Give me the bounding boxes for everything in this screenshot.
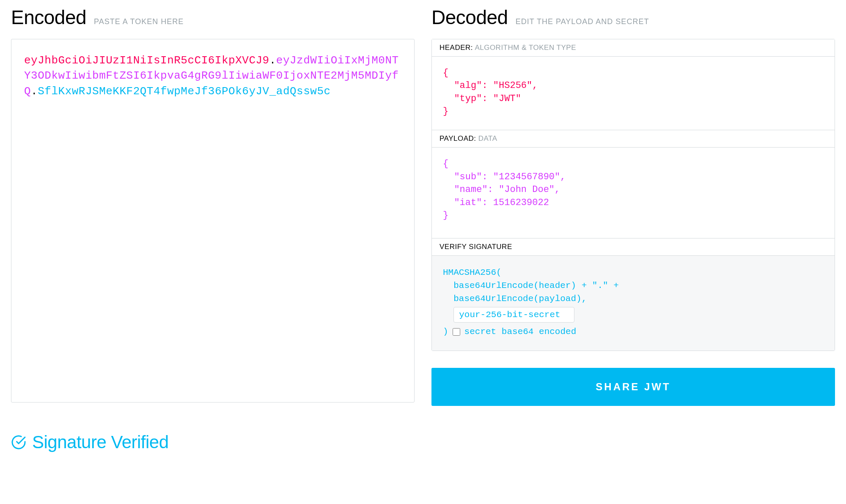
token-signature-segment: SflKxwRJSMeKKF2QT4fwpMeJf36POk6yJV_adQss… [38,85,330,98]
header-json: { "alg": "HS256", "typ": "JWT" } [443,67,824,118]
header-section-bar: HEADER: ALGORITHM & TOKEN TYPE [432,39,835,57]
payload-section-label: PAYLOAD: [439,134,476,142]
encoded-token-box[interactable]: eyJhbGciOiJIUzI1NiIsInR5cCI6IkpXVCJ9.eyJ… [11,39,415,403]
payload-json: { "sub": "1234567890", "name": "John Doe… [443,158,824,222]
signature-line-2: base64UrlEncode(header) + "." + [443,279,824,292]
signature-line-3: base64UrlEncode(payload), [443,292,824,305]
decoded-subtitle: EDIT THE PAYLOAD AND SECRET [516,17,649,26]
signature-line-5-prefix: ) [443,325,448,338]
signature-section-bar: VERIFY SIGNATURE [432,238,835,256]
secret-base64-label: secret base64 encoded [464,325,577,338]
signature-section-label: VERIFY SIGNATURE [439,243,512,251]
encoded-subtitle: PASTE A TOKEN HERE [94,17,184,26]
check-circle-icon [11,435,26,450]
payload-section-bar: PAYLOAD: DATA [432,130,835,148]
header-json-box[interactable]: { "alg": "HS256", "typ": "JWT" } [432,57,835,130]
token-dot-2: . [31,85,38,98]
encoded-title: Encoded [11,6,86,29]
signature-verified-status: Signature Verified [11,432,415,452]
token-header-segment: eyJhbGciOiJIUzI1NiIsInR5cCI6IkpXVCJ9 [24,54,269,67]
secret-base64-checkbox[interactable] [453,328,460,336]
payload-json-box[interactable]: { "sub": "1234567890", "name": "John Doe… [432,148,835,238]
signature-verified-text: Signature Verified [32,432,169,452]
payload-section-hint: DATA [478,134,497,142]
decoded-title: Decoded [431,6,508,29]
token-dot-1: . [269,54,276,67]
signature-box: HMACSHA256( base64UrlEncode(header) + ".… [432,256,835,350]
encoded-token-text: eyJhbGciOiJIUzI1NiIsInR5cCI6IkpXVCJ9.eyJ… [24,53,401,99]
header-section-label: HEADER: [439,44,473,52]
signature-line-1: HMACSHA256( [443,266,824,279]
header-section-hint: ALGORITHM & TOKEN TYPE [475,44,576,52]
share-jwt-button[interactable]: SHARE JWT [431,368,835,406]
secret-input[interactable] [453,307,574,323]
